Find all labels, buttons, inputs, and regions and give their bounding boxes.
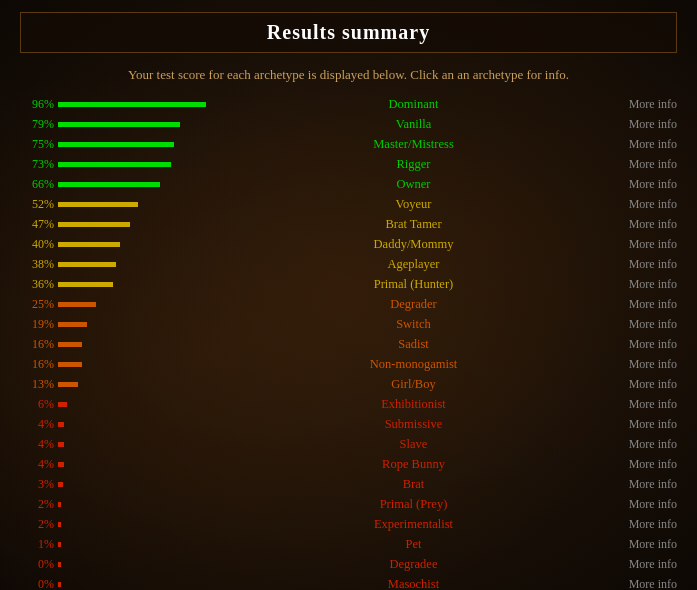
bar-container — [58, 242, 218, 247]
title-box: Results summary — [20, 12, 677, 53]
archetype-label[interactable]: Girl/Boy — [218, 377, 609, 392]
archetype-label[interactable]: Brat Tamer — [218, 217, 609, 232]
table-row: 4%SubmissiveMore info — [20, 415, 677, 434]
archetype-label[interactable]: Voyeur — [218, 197, 609, 212]
archetype-label[interactable]: Exhibitionist — [218, 397, 609, 412]
more-info-link[interactable]: More info — [609, 97, 677, 112]
bar-container — [58, 422, 218, 427]
archetype-label[interactable]: Rope Bunny — [218, 457, 609, 472]
archetype-label[interactable]: Masochist — [218, 577, 609, 590]
table-row: 16%Non-monogamistMore info — [20, 355, 677, 374]
progress-bar — [58, 542, 61, 547]
bar-container — [58, 142, 218, 147]
progress-bar — [58, 462, 64, 467]
table-row: 79%VanillaMore info — [20, 115, 677, 134]
progress-bar — [58, 322, 87, 327]
archetype-label[interactable]: Sadist — [218, 337, 609, 352]
percentage: 6% — [20, 397, 58, 412]
progress-bar — [58, 562, 61, 567]
more-info-link[interactable]: More info — [609, 197, 677, 212]
more-info-link[interactable]: More info — [609, 157, 677, 172]
more-info-link[interactable]: More info — [609, 337, 677, 352]
bar-container — [58, 462, 218, 467]
archetype-label[interactable]: Ageplayer — [218, 257, 609, 272]
more-info-link[interactable]: More info — [609, 477, 677, 492]
table-row: 4%Rope BunnyMore info — [20, 455, 677, 474]
more-info-link[interactable]: More info — [609, 317, 677, 332]
more-info-link[interactable]: More info — [609, 437, 677, 452]
archetype-label[interactable]: Master/Mistress — [218, 137, 609, 152]
percentage: 96% — [20, 97, 58, 112]
percentage: 75% — [20, 137, 58, 152]
percentage: 4% — [20, 457, 58, 472]
more-info-link[interactable]: More info — [609, 577, 677, 590]
table-row: 0%MasochistMore info — [20, 575, 677, 590]
percentage: 4% — [20, 417, 58, 432]
more-info-link[interactable]: More info — [609, 397, 677, 412]
archetype-label[interactable]: Primal (Prey) — [218, 497, 609, 512]
progress-bar — [58, 362, 82, 367]
progress-bar — [58, 282, 113, 287]
table-row: 52%VoyeurMore info — [20, 195, 677, 214]
table-row: 47%Brat TamerMore info — [20, 215, 677, 234]
page-title: Results summary — [41, 21, 656, 44]
archetype-label[interactable]: Degradee — [218, 557, 609, 572]
archetype-label[interactable]: Dominant — [218, 97, 609, 112]
archetype-label[interactable]: Switch — [218, 317, 609, 332]
more-info-link[interactable]: More info — [609, 417, 677, 432]
archetype-label[interactable]: Brat — [218, 477, 609, 492]
archetype-label[interactable]: Non-monogamist — [218, 357, 609, 372]
progress-bar — [58, 182, 160, 187]
more-info-link[interactable]: More info — [609, 517, 677, 532]
more-info-link[interactable]: More info — [609, 137, 677, 152]
percentage: 66% — [20, 177, 58, 192]
progress-bar — [58, 122, 180, 127]
more-info-link[interactable]: More info — [609, 377, 677, 392]
archetype-label[interactable]: Slave — [218, 437, 609, 452]
archetype-label[interactable]: Vanilla — [218, 117, 609, 132]
more-info-link[interactable]: More info — [609, 557, 677, 572]
bar-container — [58, 402, 218, 407]
table-row: 66%OwnerMore info — [20, 175, 677, 194]
more-info-link[interactable]: More info — [609, 117, 677, 132]
archetype-label[interactable]: Owner — [218, 177, 609, 192]
archetype-label[interactable]: Daddy/Mommy — [218, 237, 609, 252]
bar-container — [58, 342, 218, 347]
progress-bar — [58, 482, 63, 487]
archetype-label[interactable]: Pet — [218, 537, 609, 552]
subtitle-text: Your test score for each archetype is di… — [20, 67, 677, 83]
more-info-link[interactable]: More info — [609, 277, 677, 292]
bar-container — [58, 382, 218, 387]
archetype-label[interactable]: Primal (Hunter) — [218, 277, 609, 292]
more-info-link[interactable]: More info — [609, 237, 677, 252]
table-row: 6%ExhibitionistMore info — [20, 395, 677, 414]
bar-container — [58, 482, 218, 487]
percentage: 1% — [20, 537, 58, 552]
archetype-label[interactable]: Degrader — [218, 297, 609, 312]
more-info-link[interactable]: More info — [609, 257, 677, 272]
archetype-label[interactable]: Submissive — [218, 417, 609, 432]
percentage: 47% — [20, 217, 58, 232]
more-info-link[interactable]: More info — [609, 457, 677, 472]
percentage: 38% — [20, 257, 58, 272]
table-row: 4%SlaveMore info — [20, 435, 677, 454]
more-info-link[interactable]: More info — [609, 497, 677, 512]
progress-bar — [58, 442, 64, 447]
more-info-link[interactable]: More info — [609, 177, 677, 192]
table-row: 1%PetMore info — [20, 535, 677, 554]
archetype-label[interactable]: Experimentalist — [218, 517, 609, 532]
more-info-link[interactable]: More info — [609, 297, 677, 312]
more-info-link[interactable]: More info — [609, 357, 677, 372]
table-row: 2%ExperimentalistMore info — [20, 515, 677, 534]
bar-container — [58, 562, 218, 567]
archetype-label[interactable]: Rigger — [218, 157, 609, 172]
percentage: 13% — [20, 377, 58, 392]
progress-bar — [58, 222, 130, 227]
percentage: 2% — [20, 517, 58, 532]
progress-bar — [58, 502, 61, 507]
more-info-link[interactable]: More info — [609, 217, 677, 232]
progress-bar — [58, 522, 61, 527]
progress-bar — [58, 382, 78, 387]
progress-bar — [58, 102, 206, 107]
more-info-link[interactable]: More info — [609, 537, 677, 552]
